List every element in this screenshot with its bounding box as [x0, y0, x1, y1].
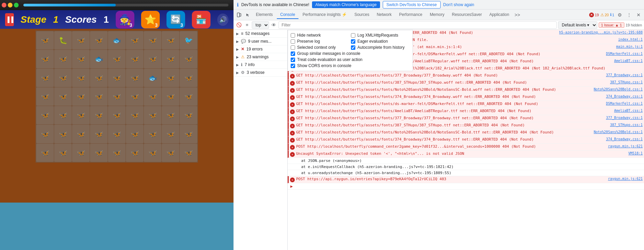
log-source-link[interactable]: AmeliaBT.css:1: [614, 59, 643, 63]
game-cell[interactable]: 🦋: [144, 31, 161, 49]
log-source-link[interactable]: DSMarkerFelt.css:1: [606, 102, 643, 105]
game-cell[interactable]: 🦋: [108, 144, 126, 162]
log-entry[interactable]: ✕ GET http://localhost/butterfly/assets/…: [288, 129, 644, 137]
game-cell[interactable]: 🦋: [108, 125, 126, 143]
treat-code-checkbox[interactable]: [291, 58, 295, 62]
log-source-link[interactable]: 377_Broadway.css:1: [606, 73, 643, 77]
refresh-icon-box[interactable]: 🔄 3: [166, 11, 185, 28]
game-cell[interactable]: 🦋: [180, 69, 197, 87]
log-entry[interactable]: ✕ GET http://localhost/butterfly/assets/…: [288, 108, 644, 115]
game-cell[interactable]: 🦋: [180, 125, 197, 143]
sidebar-item-user-messages[interactable]: ▶ 💬 9 user mes...: [234, 38, 287, 45]
game-cell[interactable]: 🦋: [54, 144, 72, 162]
setting-cors-errors[interactable]: Show CORS errors in console: [291, 63, 410, 68]
game-cell[interactable]: 🦋: [90, 31, 108, 49]
settings-icon[interactable]: ⚙: [616, 11, 624, 19]
autocomplete-checkbox[interactable]: [351, 45, 355, 50]
log-xml-checkbox[interactable]: [351, 33, 355, 38]
game-cell[interactable]: 🦋: [108, 50, 126, 68]
sidebar-item-warnings[interactable]: ▶ ⚠ 23 warnings: [234, 53, 287, 61]
game-cell[interactable]: 🦋: [54, 125, 72, 143]
log-entry[interactable]: ✕ GET http://localhost/butterfly/assets/…: [288, 122, 644, 129]
tab-performance-insights[interactable]: Performance insights ⚡: [299, 11, 350, 19]
log-source-link[interactable]: h5-azerion-branding...min.js?v=tc-195:68…: [559, 30, 643, 34]
tab-sources[interactable]: Sources: [351, 11, 373, 19]
log-entry[interactable]: ✕ POST http://localhost/butterfly/comman…: [288, 144, 644, 151]
tab-performance[interactable]: Performance: [396, 11, 426, 19]
game-cell[interactable]: 🐛: [54, 31, 72, 49]
game-cell[interactable]: 🐟: [144, 69, 161, 87]
game-cell[interactable]: 🦋: [162, 50, 179, 68]
game-cell[interactable]: 🦋: [36, 69, 54, 87]
game-cell[interactable]: 🦋: [126, 106, 143, 124]
game-cell[interactable]: 🦋: [36, 50, 54, 68]
tab-console[interactable]: Console: [277, 11, 298, 19]
game-cell[interactable]: 🦋: [90, 106, 108, 124]
dont-show-again-link[interactable]: Don't show again: [443, 2, 474, 7]
setting-preserve-log[interactable]: Preserve log: [291, 39, 350, 44]
cors-errors-checkbox[interactable]: [291, 64, 295, 68]
game-board[interactable]: 🦋🐛🦋🦋🐟🦋🦋🦋🐦🦋🦋🦋🐟🦋🦋🦋🦋🦋🦋🦋🦋🦋🦋🦋🐟🦋🦋🦋🦋🦋🦋🦋🦋🦋🦋🦋🦋🦋🦋🦋…: [36, 30, 198, 163]
game-cell[interactable]: 🦋: [144, 144, 161, 162]
log-source-link[interactable]: 377_Broadway.css:1: [606, 116, 643, 120]
log-source-link[interactable]: 374_Broadway.css:1: [606, 95, 643, 98]
log-entry[interactable]: ✕ GET http://localhost/butterfly/assets/…: [288, 115, 644, 122]
selected-context-checkbox[interactable]: [291, 45, 295, 50]
log-entry[interactable]: ✕ GET http://localhost/butterfly/assets/…: [288, 101, 644, 108]
more-options-icon[interactable]: ⋮: [625, 11, 633, 19]
game-cell[interactable]: 🦋: [36, 144, 54, 162]
preserve-log-checkbox[interactable]: [291, 39, 295, 44]
game-cell[interactable]: 🦋: [72, 31, 90, 49]
game-cell[interactable]: 🦋: [72, 125, 90, 143]
setting-selected-context[interactable]: Selected context only: [291, 45, 350, 50]
eye-filter-icon[interactable]: 👁: [270, 22, 277, 28]
game-cell[interactable]: 🦋: [162, 31, 179, 49]
log-entry[interactable]: ✕ GET http://localhost/butterfly/assets/…: [288, 94, 644, 101]
game-cell[interactable]: 🦋: [36, 125, 54, 143]
clear-console-button[interactable]: 🚫: [236, 22, 242, 28]
game-cell[interactable]: 🦋: [108, 69, 126, 87]
setting-autocomplete[interactable]: Autocomplete from history: [351, 45, 410, 50]
hide-network-checkbox[interactable]: [291, 33, 295, 38]
sidebar-item-info[interactable]: ▶ ℹ 7 info: [234, 61, 287, 69]
game-cell[interactable]: 🦋: [36, 106, 54, 124]
game-cell[interactable]: 🦋: [72, 106, 90, 124]
log-entry[interactable]: at u.onreadystatechange (h5-azerion-bran…: [288, 170, 644, 176]
tab-memory[interactable]: Memory: [426, 11, 448, 19]
game-cell[interactable]: 🦋: [72, 50, 90, 68]
eager-eval-checkbox[interactable]: [351, 39, 355, 44]
game-cell[interactable]: 🦋: [144, 106, 161, 124]
close-devtools-icon[interactable]: ✕: [635, 11, 643, 19]
console-filter-input[interactable]: [279, 21, 557, 29]
setting-treat-code[interactable]: Treat code evaluation as user action: [291, 57, 410, 62]
game-cell[interactable]: 🦋: [36, 31, 54, 49]
game-cell[interactable]: 🦋: [72, 144, 90, 162]
game-cell[interactable]: 🐟: [90, 50, 108, 68]
minimize-window-btn[interactable]: [8, 3, 13, 7]
star-icon-box[interactable]: ⭐ 3: [141, 11, 160, 28]
log-entry[interactable]: at e.initRequestCallback (h5-azerion-bra…: [288, 164, 644, 170]
group-similar-checkbox[interactable]: [291, 51, 295, 56]
sidebar-item-errors[interactable]: ▶ ✕ 19 errors: [234, 45, 287, 53]
game-cell[interactable]: 🦋: [162, 87, 179, 106]
game-cell[interactable]: 🦋: [54, 87, 72, 106]
log-source-link[interactable]: 387_STHupo.css:1: [610, 123, 643, 127]
game-cell[interactable]: 🦋: [162, 144, 179, 162]
setting-log-xml[interactable]: Log XMLHttpRequests: [351, 33, 410, 38]
game-cell[interactable]: 🦋: [126, 87, 143, 106]
more-tabs-icon[interactable]: >>: [513, 11, 521, 19]
game-cell[interactable]: 🦋: [90, 144, 108, 162]
log-entry[interactable]: ✕ GET http://localhost/butterfly/assets/…: [288, 80, 644, 87]
game-cell[interactable]: 🦋: [90, 87, 108, 106]
tab-network[interactable]: Network: [373, 11, 395, 19]
game-cell[interactable]: 🦋: [144, 50, 161, 68]
log-source-link[interactable]: VM518:1: [622, 151, 643, 155]
log-source-link[interactable]: AmeliaBT.css:1: [614, 109, 643, 112]
maximize-window-btn[interactable]: [14, 3, 19, 7]
player-icon-box[interactable]: 🧙 3: [116, 11, 134, 28]
inspect-element-icon[interactable]: [244, 11, 252, 19]
expand-arrow-icon[interactable]: ▶: [290, 184, 293, 189]
log-source-link[interactable]: Noto%20Sans%20Bold.css:1: [594, 130, 643, 134]
setting-eager-eval[interactable]: Eager evaluation: [351, 39, 410, 44]
log-source-link[interactable]: Noto%20Sans%20Bold.css:1: [594, 87, 643, 91]
